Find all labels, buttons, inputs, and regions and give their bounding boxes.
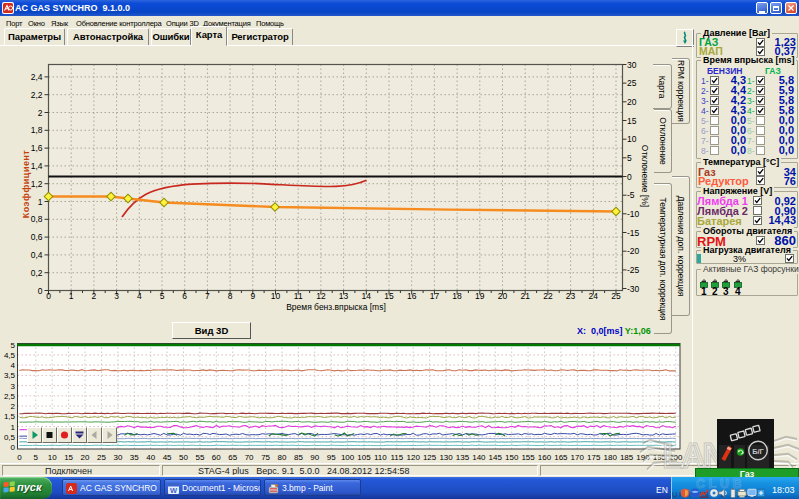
svg-text:180: 180 [604,453,618,462]
svg-text:4,5: 4,5 [4,351,16,360]
svg-text:120: 120 [407,453,421,462]
svg-text:25: 25 [97,453,106,462]
svg-text:3,5: 3,5 [4,371,16,380]
svg-text:75: 75 [261,453,270,462]
svg-text:10: 10 [48,453,57,462]
svg-text:135: 135 [456,453,470,462]
svg-text:65: 65 [228,453,237,462]
svg-text:Б/Г: Б/Г [752,447,764,456]
svg-text:W: W [170,485,178,494]
svg-text:170: 170 [571,453,585,462]
svg-text:95: 95 [327,453,336,462]
svg-text:140: 140 [472,453,486,462]
svg-text:30: 30 [113,453,122,462]
svg-text:100: 100 [341,453,355,462]
svg-text:165: 165 [554,453,568,462]
svg-text:85: 85 [294,453,303,462]
svg-text:45: 45 [163,453,172,462]
svg-text:115: 115 [390,453,403,462]
svg-text:125: 125 [423,453,437,462]
svg-text:20: 20 [81,453,90,462]
svg-text:110: 110 [374,453,387,462]
svg-text:90: 90 [310,453,319,462]
svg-text:0,5: 0,5 [4,433,16,442]
svg-text:3: 3 [11,382,16,391]
svg-text:70: 70 [245,453,254,462]
svg-text:145: 145 [489,453,503,462]
svg-text:0: 0 [17,453,22,462]
svg-text:105: 105 [357,453,371,462]
svg-text:160: 160 [538,453,552,462]
svg-text:50: 50 [179,453,188,462]
svg-text:55: 55 [195,453,204,462]
svg-text:5: 5 [11,341,16,350]
svg-text:1: 1 [11,423,16,432]
svg-text:35: 35 [130,453,139,462]
svg-text:5: 5 [34,453,39,462]
svg-text:40: 40 [146,453,155,462]
svg-text:2: 2 [11,402,16,411]
svg-text:0: 0 [11,443,16,452]
svg-text:4: 4 [11,361,16,370]
svg-text:1,5: 1,5 [4,412,16,421]
svg-text:130: 130 [439,453,453,462]
svg-text:150: 150 [505,453,519,462]
svg-text:15: 15 [64,453,73,462]
svg-text:155: 155 [521,453,535,462]
svg-text:80: 80 [278,453,287,462]
svg-text:60: 60 [212,453,221,462]
svg-text:175: 175 [587,453,601,462]
svg-text:2,5: 2,5 [4,392,16,401]
